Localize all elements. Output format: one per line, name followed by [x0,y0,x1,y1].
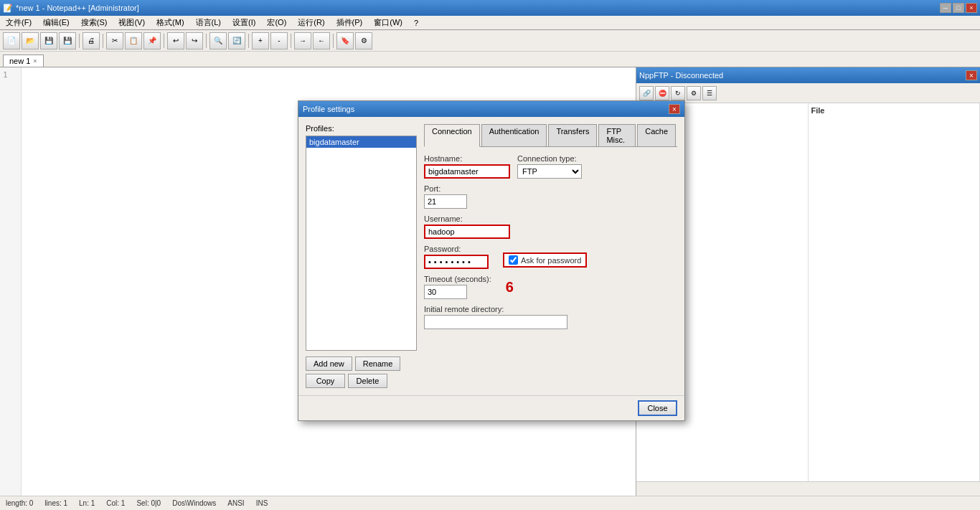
dialog-title: Profile settings [303,105,354,113]
hostname-group: Hostname: [424,154,510,179]
number-badge: 6 [506,279,514,296]
dialog-title-bar: Profile settings × [298,101,684,117]
connection-panel: Connection Authentication Transfers FTP … [424,124,677,388]
rename-button[interactable]: Rename [355,356,401,371]
tab-connection[interactable]: Connection [424,124,480,147]
timeout-label: Timeout (seconds): [424,275,491,283]
password-label: Password: [424,245,489,253]
ask-password-checkbox[interactable] [509,255,518,265]
profiles-list[interactable]: bigdatamaster [306,136,417,351]
hostname-row: Hostname: Connection type: FTP FTPS SFTP [424,154,677,179]
app-window: 📝 *new 1 - Notepad++ [Administrator] ─ □… [0,0,980,510]
connection-type-group: Connection type: FTP FTPS SFTP [517,154,582,179]
password-row: Password: Ask for password [424,245,677,269]
connection-type-select[interactable]: FTP FTPS SFTP [517,164,582,179]
ask-password-group: Ask for password [503,252,587,268]
tab-ftp-misc[interactable]: FTP Misc. [598,124,636,146]
port-input[interactable] [424,194,467,209]
password-group: Password: [424,245,489,269]
tab-cache[interactable]: Cache [637,124,676,146]
profiles-panel: Profiles: bigdatamaster Add new Rename C… [306,124,417,388]
port-group: Port: [424,184,467,209]
port-row: Port: [424,184,677,209]
initial-dir-label: Initial remote directory: [424,305,677,313]
timeout-input[interactable] [424,285,467,299]
tab-transfers[interactable]: Transfers [548,124,597,146]
password-input[interactable] [424,255,489,269]
dialog-body: Profiles: bigdatamaster Add new Rename C… [298,117,684,395]
close-dialog-button[interactable]: Close [638,400,677,416]
dialog-close-button[interactable]: × [669,104,680,114]
ask-password-label: Ask for password [521,256,581,265]
initial-dir-group: Initial remote directory: [424,305,677,329]
timeout-row: Timeout (seconds): 6 [424,275,677,299]
port-label: Port: [424,184,467,193]
profiles-buttons: Add new Rename Copy Delete [306,356,417,388]
username-group: Username: [424,214,510,239]
delete-button[interactable]: Delete [348,374,387,388]
profile-item-bigdatamaster[interactable]: bigdatamaster [306,136,416,148]
hostname-input[interactable] [424,164,510,179]
profile-settings-dialog: Profile settings × Profiles: bigdatamast… [298,100,685,421]
dialog-footer: Close [298,395,684,420]
tabs-row: Connection Authentication Transfers FTP … [424,124,677,147]
connection-type-label: Connection type: [517,154,582,163]
username-label: Username: [424,214,510,223]
timeout-group: Timeout (seconds): [424,275,491,299]
tab-authentication[interactable]: Authentication [481,124,547,146]
add-new-button[interactable]: Add new [306,356,352,371]
username-row: Username: [424,214,677,239]
dialog-overlay: Profile settings × Profiles: bigdatamast… [0,0,980,510]
profiles-label: Profiles: [306,124,417,133]
username-input[interactable] [424,225,510,239]
hostname-label: Hostname: [424,154,510,163]
copy-button[interactable]: Copy [306,374,345,388]
initial-dir-input[interactable] [424,315,567,329]
